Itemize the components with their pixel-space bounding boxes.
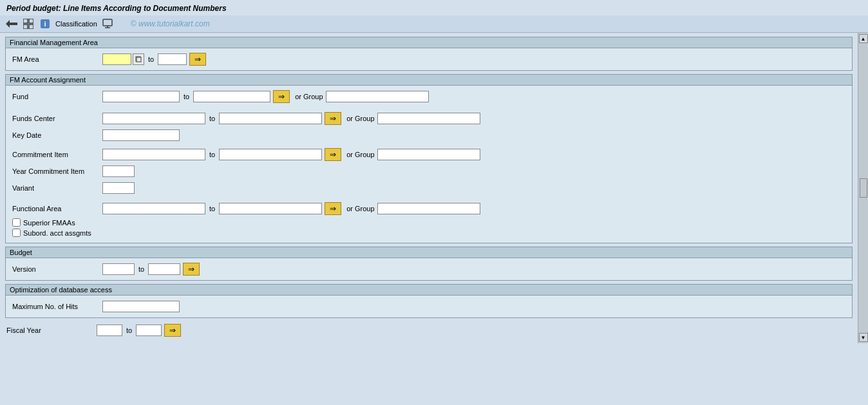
fm-area-to-label: to — [148, 55, 154, 63]
funds-center-group-input[interactable] — [377, 113, 480, 124]
key-date-row: Key Date 10.09.2018 — [12, 128, 845, 142]
fund-row: Fund to ⇒ or Group — [12, 89, 845, 104]
commitment-item-row: Commitment Item to ⇒ or Group — [12, 147, 845, 162]
year-commitment-row: Year Commitment Item 2018 — [12, 164, 845, 178]
svg-rect-4 — [23, 24, 28, 29]
svg-rect-2 — [23, 19, 28, 23]
functional-area-group-input[interactable] — [377, 203, 480, 214]
fund-from-input[interactable] — [102, 91, 180, 102]
fm-area-arrow-btn[interactable]: ⇒ — [189, 53, 206, 66]
version-label: Version — [12, 265, 102, 273]
fiscal-year-label: Fiscal Year — [6, 326, 97, 334]
functional-area-label: Functional Area — [12, 205, 102, 212]
toolbar: i Classification © www.tutorialkart.com — [0, 15, 868, 33]
commitment-item-or-group-label: or Group — [346, 151, 374, 158]
functional-area-to-label: to — [209, 205, 215, 212]
financial-management-area-header: Financial Management Area — [6, 37, 852, 48]
grid-icon[interactable] — [22, 18, 35, 30]
commitment-item-from-input[interactable] — [102, 149, 205, 160]
functional-area-to-input[interactable] — [219, 203, 322, 214]
funds-center-from-input[interactable] — [102, 113, 205, 124]
svg-marker-0 — [6, 20, 15, 28]
fm-area-from-input[interactable] — [102, 53, 131, 65]
subord-acct-row: Subord. acct assgmts — [12, 229, 845, 237]
version-to-input[interactable] — [148, 263, 180, 275]
commitment-item-label: Commitment Item — [12, 151, 102, 158]
functional-area-or-group-label: or Group — [346, 205, 374, 212]
funds-center-row: Funds Center to ⇒ or Group — [12, 111, 845, 126]
functional-area-from-input[interactable] — [102, 203, 205, 214]
superior-fmaas-checkbox[interactable] — [12, 218, 21, 227]
optimization-section: Optimization of database access Maximum … — [5, 284, 853, 318]
budget-section: Budget Version 0 to ⇒ — [5, 247, 853, 281]
scrollbar[interactable]: ▲ ▼ — [858, 33, 868, 343]
svg-rect-8 — [103, 19, 112, 26]
funds-center-to-input[interactable] — [219, 113, 322, 124]
fund-to-label: to — [184, 93, 189, 100]
svg-rect-5 — [29, 24, 33, 29]
version-row: Version 0 to ⇒ — [12, 262, 845, 276]
subord-acct-checkbox[interactable] — [12, 229, 21, 237]
scroll-down-arrow[interactable]: ▼ — [859, 333, 868, 342]
page-title: Period budget: Line Items According to D… — [6, 4, 227, 13]
fm-area-row: FM Area to ⇒ — [12, 52, 845, 66]
fiscal-year-to-label: to — [126, 326, 132, 334]
functional-area-row: Functional Area to ⇒ or Group — [12, 202, 845, 216]
fm-account-assignment-section: FM Account Assignment Fund to ⇒ or Group — [5, 74, 853, 243]
classification-label[interactable]: Classification — [55, 20, 97, 28]
year-commitment-label: Year Commitment Item — [12, 167, 102, 175]
svg-text:i: i — [44, 20, 46, 28]
commitment-item-to-label: to — [209, 151, 215, 158]
superior-fmaas-row: Superior FMAAs — [12, 218, 845, 227]
key-date-label: Key Date — [12, 131, 102, 139]
version-arrow-btn[interactable]: ⇒ — [183, 263, 200, 276]
scroll-thumb[interactable] — [860, 178, 867, 198]
info-icon[interactable]: i — [39, 18, 52, 30]
commitment-item-arrow-btn[interactable]: ⇒ — [325, 148, 341, 161]
title-bar: Period budget: Line Items According to D… — [0, 0, 868, 15]
max-hits-row: Maximum No. of Hits — [12, 299, 845, 314]
budget-header: Budget — [6, 247, 852, 258]
functional-area-arrow-btn[interactable]: ⇒ — [325, 202, 341, 215]
fm-area-copy-icon[interactable] — [133, 53, 144, 65]
svg-rect-12 — [137, 57, 141, 62]
max-hits-label: Maximum No. of Hits — [12, 303, 102, 310]
variant-label: Variant — [12, 184, 102, 192]
funds-center-arrow-btn[interactable]: ⇒ — [325, 112, 341, 125]
funds-center-label: Funds Center — [12, 115, 102, 122]
subord-acct-label: Subord. acct assgmts — [23, 229, 91, 237]
fm-account-assignment-header: FM Account Assignment — [6, 75, 852, 86]
version-to-label: to — [138, 265, 144, 273]
fiscal-year-to-input[interactable] — [136, 325, 162, 336]
fund-arrow-btn[interactable]: ⇒ — [273, 90, 290, 103]
variant-input[interactable]: 000 — [102, 182, 135, 194]
back-icon[interactable] — [5, 18, 18, 30]
funds-center-or-group-label: or Group — [346, 115, 374, 122]
max-hits-input[interactable] — [102, 301, 180, 312]
fund-to-input[interactable] — [193, 91, 270, 102]
layout-icon[interactable] — [101, 18, 114, 30]
key-date-input[interactable]: 10.09.2018 — [102, 129, 180, 141]
watermark: © www.tutorialkart.com — [131, 19, 210, 28]
superior-fmaas-label: Superior FMAAs — [23, 219, 75, 227]
version-from-input[interactable]: 0 — [102, 263, 135, 275]
funds-center-to-label: to — [209, 115, 215, 122]
year-commitment-input[interactable]: 2018 — [102, 165, 135, 177]
financial-management-area-section: Financial Management Area FM Area to ⇒ — [5, 37, 853, 71]
commitment-item-group-input[interactable] — [377, 149, 480, 160]
fund-label: Fund — [12, 93, 102, 100]
fund-or-group-label: or Group — [295, 93, 323, 100]
fiscal-year-arrow-btn[interactable]: ⇒ — [164, 324, 181, 337]
svg-rect-3 — [29, 19, 33, 23]
fiscal-year-from-input[interactable] — [97, 325, 122, 336]
fm-area-to-input[interactable] — [158, 53, 187, 65]
fund-group-input[interactable] — [326, 91, 429, 102]
fiscal-year-row: Fiscal Year to ⇒ — [5, 321, 853, 339]
variant-row: Variant 000 — [12, 181, 845, 195]
optimization-header: Optimization of database access — [6, 285, 852, 296]
scroll-up-arrow[interactable]: ▲ — [859, 34, 868, 43]
svg-rect-1 — [15, 23, 17, 25]
commitment-item-to-input[interactable] — [219, 149, 322, 160]
fm-area-label: FM Area — [12, 55, 102, 63]
